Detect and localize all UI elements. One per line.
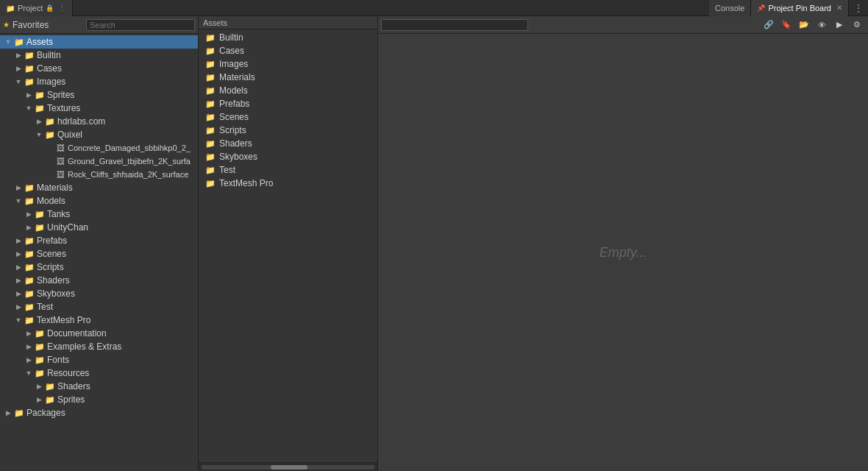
list-item-prefabs[interactable]: 📁 Prefabs xyxy=(199,97,377,110)
tab-pinboard[interactable]: 📌 Project Pin Board ✕ xyxy=(751,0,849,16)
overflow-icon: ⋮ xyxy=(853,2,864,14)
tree-item-resources[interactable]: 📁 Resources xyxy=(0,366,198,380)
toolbar-bookmark-btn[interactable]: 🔖 xyxy=(778,18,794,32)
tree-arrow-prefabs xyxy=(13,237,24,244)
list-item-skyboxes[interactable]: 📁 Skyboxes xyxy=(199,150,377,163)
list-item-scenes[interactable]: 📁 Scenes xyxy=(199,110,377,124)
lock-icon: 🔒 xyxy=(46,4,54,12)
toolbar-folder-btn[interactable]: 📂 xyxy=(796,18,812,32)
main-panels: ★ Favorites 📁 Assets 📁 Builtin xyxy=(0,16,868,471)
tree-item-textures[interactable]: 📁 Textures xyxy=(0,102,198,115)
list-label: Shaders xyxy=(219,138,252,149)
tree-item-hdrlabs[interactable]: 📁 hdrlabs.com xyxy=(0,115,198,128)
tree-label-builtin: Builtin xyxy=(37,50,61,60)
folder-icon-textmeshpro: 📁 xyxy=(24,316,35,325)
tree-item-ground[interactable]: 🖼 Ground_Gravel_tbjibefn_2K_surfa xyxy=(0,155,198,168)
left-search-input[interactable] xyxy=(86,19,195,31)
list-label: TextMesh Pro xyxy=(219,178,273,188)
tree-item-assets[interactable]: 📁 Assets xyxy=(0,35,198,49)
tree-label-shaders: Shaders xyxy=(37,275,70,286)
tree-item-examples[interactable]: 📁 Examples & Extras xyxy=(0,340,198,353)
tree-item-unitychan[interactable]: 📁 UnityChan xyxy=(0,221,198,234)
tree-label-fonts: Fonts xyxy=(47,355,69,365)
folder-icon: 📁 xyxy=(204,99,216,109)
tree-item-scripts[interactable]: 📁 Scripts xyxy=(0,261,198,274)
right-content: Empty... xyxy=(378,34,868,471)
tab-close-btn[interactable]: ✕ xyxy=(836,4,842,12)
folder-icon: 📁 xyxy=(6,4,15,13)
folder-icon-shaders: 📁 xyxy=(24,276,35,286)
folder-icon-shaders2: 📁 xyxy=(44,382,56,392)
list-item-test[interactable]: 📁 Test xyxy=(199,163,377,177)
tree-item-skyboxes[interactable]: 📁 Skyboxes xyxy=(0,287,198,300)
folder-icon-resources: 📁 xyxy=(34,369,46,378)
toolbar-link-btn[interactable]: 🔗 xyxy=(761,18,777,32)
tree-item-fonts[interactable]: 📁 Fonts xyxy=(0,353,198,366)
tree-item-documentation[interactable]: 📁 Documentation xyxy=(0,327,198,340)
tabs-overflow-btn[interactable]: ⋮ xyxy=(849,0,868,15)
tree-item-shaders2[interactable]: 📁 Shaders xyxy=(0,380,198,393)
toolbar-play-btn[interactable]: ▶ xyxy=(831,18,847,32)
list-label: Materials xyxy=(219,72,255,82)
tree-label-test: Test xyxy=(37,302,53,312)
list-label: Images xyxy=(219,59,248,69)
list-item-scripts[interactable]: 📁 Scripts xyxy=(199,124,377,137)
tree-label-unitychan: UnityChan xyxy=(47,222,88,233)
right-search-input[interactable] xyxy=(381,19,528,31)
list-item-models[interactable]: 📁 Models xyxy=(199,84,377,97)
list-item-builtin[interactable]: 📁 Builtin xyxy=(199,31,377,44)
tab-console[interactable]: Console xyxy=(709,0,751,16)
toolbar-settings-btn[interactable]: ⚙ xyxy=(849,18,865,32)
tree-arrow-textmeshpro xyxy=(13,316,24,324)
tree-item-builtin[interactable]: 📁 Builtin xyxy=(0,49,198,62)
tree-label-cases: Cases xyxy=(37,63,62,74)
tree-item-test[interactable]: 📁 Test xyxy=(0,300,198,314)
tree-view: 📁 Assets 📁 Builtin 📁 Cases 📁 xyxy=(0,34,198,471)
tree-label-sprites: Sprites xyxy=(47,90,74,100)
folder-icon: 📁 xyxy=(204,113,216,122)
scrollbar-track xyxy=(202,465,374,470)
tree-item-sprites[interactable]: 📁 Sprites xyxy=(0,88,198,102)
tree-item-cases[interactable]: 📁 Cases xyxy=(0,62,198,75)
left-panel: ★ Favorites 📁 Assets 📁 Builtin xyxy=(0,16,199,471)
tree-item-shaders[interactable]: 📁 Shaders xyxy=(0,274,198,287)
tree-label-tanks: Tanks xyxy=(47,209,70,219)
tree-label-textures: Textures xyxy=(47,103,80,113)
tree-label-resources: Resources xyxy=(47,368,89,378)
tree-label-assets: Assets xyxy=(26,37,53,47)
list-label: Scenes xyxy=(219,112,249,122)
middle-scrollbar[interactable] xyxy=(199,462,377,471)
tree-item-prefabs[interactable]: 📁 Prefabs xyxy=(0,234,198,247)
toolbar-eye-btn[interactable]: 👁 xyxy=(814,18,830,32)
folder-icon: 📁 xyxy=(204,46,216,56)
folder-icon-builtin: 📁 xyxy=(24,51,35,60)
tab-console-label: Console xyxy=(715,4,744,13)
tree-item-models[interactable]: 📁 Models xyxy=(0,194,198,208)
folder-icon: 📁 xyxy=(204,60,216,69)
tabs-spacer xyxy=(73,0,709,15)
tree-item-textmeshpro[interactable]: 📁 TextMesh Pro xyxy=(0,314,198,327)
list-item-cases[interactable]: 📁 Cases xyxy=(199,44,377,57)
tree-item-sprites2[interactable]: 📁 Sprites xyxy=(0,393,198,406)
tree-item-tanks[interactable]: 📁 Tanks xyxy=(0,208,198,221)
list-item-shaders[interactable]: 📁 Shaders xyxy=(199,137,377,150)
tree-arrow-examples xyxy=(24,343,34,350)
tab-project[interactable]: 📁 Project 🔒 ⋮ xyxy=(0,0,73,16)
list-item-materials[interactable]: 📁 Materials xyxy=(199,71,377,84)
tree-item-concrete[interactable]: 🖼 Concrete_Damaged_sbbihkp0_2_ xyxy=(0,141,198,155)
tree-arrow-assets xyxy=(3,38,13,46)
list-item-textmeshpro[interactable]: 📁 TextMesh Pro xyxy=(199,177,377,190)
tree-label-rock: Rock_Cliffs_shfsaida_2K_surface xyxy=(68,170,188,179)
tree-item-packages[interactable]: 📁 Packages xyxy=(0,406,198,419)
middle-header-label: Assets xyxy=(203,18,227,27)
tree-item-rock[interactable]: 🖼 Rock_Cliffs_shfsaida_2K_surface xyxy=(0,168,198,181)
favorites-label: Favorites xyxy=(13,20,49,30)
tree-item-scenes[interactable]: 📁 Scenes xyxy=(0,247,198,261)
list-item-images[interactable]: 📁 Images xyxy=(199,57,377,71)
tree-item-materials[interactable]: 📁 Materials xyxy=(0,181,198,194)
tree-item-quixel[interactable]: 📁 Quixel xyxy=(0,128,198,141)
tree-arrow-packages xyxy=(3,409,13,417)
tree-item-images[interactable]: 📁 Images xyxy=(0,75,198,88)
folder-icon-hdrlabs: 📁 xyxy=(44,117,56,127)
folder-icon-models: 📁 xyxy=(24,196,35,206)
